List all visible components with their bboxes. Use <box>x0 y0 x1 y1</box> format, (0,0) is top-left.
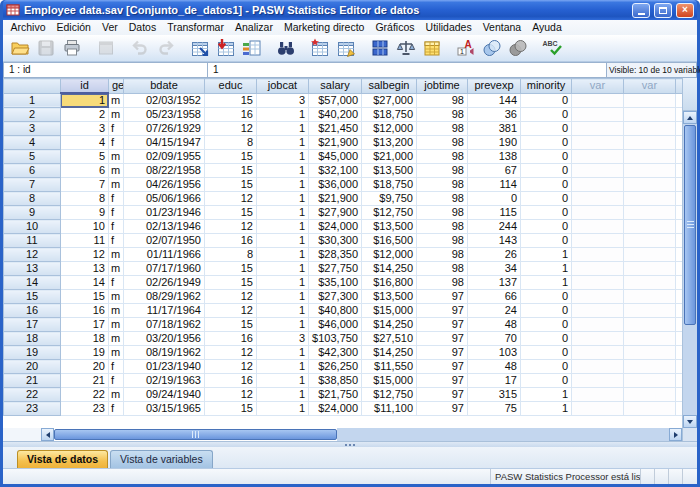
cell[interactable]: $16,500 <box>362 234 417 248</box>
cell[interactable]: 15 <box>205 206 257 220</box>
menu-archivo[interactable]: Archivo <box>5 20 51 35</box>
minimize-button[interactable] <box>632 3 650 18</box>
cell[interactable]: $26,250 <box>309 360 362 374</box>
cell[interactable]: $12,750 <box>362 388 417 402</box>
cell[interactable]: 70 <box>468 332 521 346</box>
cell[interactable] <box>624 136 676 150</box>
cell[interactable]: 0 <box>521 290 572 304</box>
cell[interactable]: 1 <box>521 248 572 262</box>
menu-analizar[interactable]: Analizar <box>229 20 278 35</box>
cell[interactable]: $18,750 <box>362 108 417 122</box>
cell[interactable]: 12 <box>205 290 257 304</box>
menu-utilidades[interactable]: Utilidades <box>420 20 477 35</box>
cell[interactable] <box>624 206 676 220</box>
row-header-7[interactable]: 7 <box>4 178 61 192</box>
tab-vista-de-datos[interactable]: Vista de datos <box>17 450 108 468</box>
cell[interactable]: 01/23/1940 <box>124 360 205 374</box>
cell[interactable]: 98 <box>417 164 468 178</box>
cell[interactable]: 1 <box>257 374 309 388</box>
cell[interactable]: 0 <box>521 136 572 150</box>
cell[interactable]: 1 <box>257 220 309 234</box>
value-labels-button[interactable]: 1A <box>453 36 479 60</box>
row-header-9[interactable]: 9 <box>4 206 61 220</box>
cell[interactable] <box>572 388 624 402</box>
cell[interactable]: 0 <box>521 108 572 122</box>
cell[interactable]: 98 <box>417 206 468 220</box>
row-header-22[interactable]: 22 <box>4 388 61 402</box>
cell[interactable] <box>624 332 676 346</box>
cell[interactable] <box>572 318 624 332</box>
cell[interactable]: 05/06/1966 <box>124 192 205 206</box>
cell[interactable] <box>572 360 624 374</box>
cell[interactable]: f <box>109 122 124 136</box>
cell[interactable]: 3 <box>61 122 109 136</box>
menu-edicion[interactable]: Edición <box>51 20 96 35</box>
cell[interactable] <box>572 346 624 360</box>
cell[interactable]: 0 <box>521 234 572 248</box>
find-button[interactable] <box>273 36 299 60</box>
cell[interactable]: 5 <box>61 150 109 164</box>
cell[interactable]: 0 <box>521 192 572 206</box>
cell[interactable]: 0 <box>521 164 572 178</box>
cell[interactable]: 1 <box>521 402 572 416</box>
row-header-6[interactable]: 6 <box>4 164 61 178</box>
cell[interactable]: f <box>109 206 124 220</box>
cell[interactable]: f <box>109 234 124 248</box>
cell[interactable]: 97 <box>417 304 468 318</box>
horizontal-scroll-track[interactable] <box>337 428 669 441</box>
open-data-button[interactable] <box>7 36 33 60</box>
cell[interactable]: 0 <box>521 318 572 332</box>
column-header-prevexp[interactable]: prevexp <box>468 79 521 94</box>
menu-transformar[interactable]: Transformar <box>162 20 230 35</box>
cell[interactable]: 08/22/1958 <box>124 164 205 178</box>
cell[interactable]: m <box>109 93 124 108</box>
cell[interactable]: m <box>109 290 124 304</box>
row-header-14[interactable]: 14 <box>4 276 61 290</box>
cell[interactable] <box>572 374 624 388</box>
cell[interactable]: 15 <box>205 318 257 332</box>
cell[interactable]: 1 <box>257 388 309 402</box>
cell[interactable]: 98 <box>417 262 468 276</box>
weight-cases-button[interactable] <box>393 36 419 60</box>
cell[interactable]: 03/15/1965 <box>124 402 205 416</box>
cell[interactable]: 17 <box>468 374 521 388</box>
cell[interactable]: 97 <box>417 346 468 360</box>
cell[interactable]: 03/20/1956 <box>124 332 205 346</box>
cell[interactable]: 19 <box>61 346 109 360</box>
cell[interactable]: $16,800 <box>362 276 417 290</box>
cell[interactable]: 97 <box>417 402 468 416</box>
cell[interactable] <box>572 276 624 290</box>
cell[interactable]: 6 <box>61 164 109 178</box>
cell[interactable] <box>624 150 676 164</box>
cell[interactable]: 98 <box>417 248 468 262</box>
cell[interactable]: 11 <box>61 234 109 248</box>
cell[interactable]: 1 <box>257 276 309 290</box>
cell[interactable]: m <box>109 304 124 318</box>
cell[interactable] <box>572 206 624 220</box>
cell[interactable]: 15 <box>205 150 257 164</box>
cell[interactable]: $27,000 <box>362 93 417 108</box>
cell[interactable]: m <box>109 164 124 178</box>
column-header-gender[interactable]: gender <box>109 79 124 94</box>
cell[interactable]: 02/03/1952 <box>124 93 205 108</box>
cell[interactable] <box>624 93 676 108</box>
cell[interactable]: 34 <box>468 262 521 276</box>
cell[interactable] <box>572 136 624 150</box>
cell[interactable]: 20 <box>61 360 109 374</box>
close-button[interactable]: × <box>676 3 694 18</box>
cell[interactable] <box>624 360 676 374</box>
cell[interactable]: f <box>109 192 124 206</box>
cell-editor-input[interactable]: 1 <box>208 62 607 78</box>
cell[interactable] <box>572 150 624 164</box>
cell[interactable]: $40,200 <box>309 108 362 122</box>
cell[interactable]: 07/17/1960 <box>124 262 205 276</box>
cell[interactable]: $27,300 <box>309 290 362 304</box>
cell[interactable]: 1 <box>257 318 309 332</box>
cell[interactable]: 15 <box>61 290 109 304</box>
cell[interactable]: 1 <box>521 262 572 276</box>
cell[interactable]: 138 <box>468 150 521 164</box>
cell[interactable] <box>624 234 676 248</box>
cell[interactable] <box>624 304 676 318</box>
column-header-id[interactable]: id <box>61 79 109 94</box>
cell[interactable] <box>572 332 624 346</box>
